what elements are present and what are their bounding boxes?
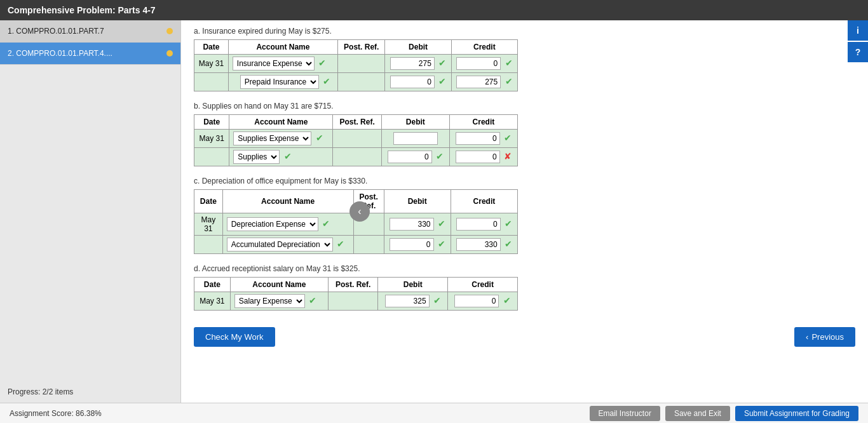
section-b-label: b. Supplies on hand on May 31 are $715. [194, 102, 855, 111]
col-credit-c: Credit [451, 190, 517, 213]
post-ref-cell [338, 73, 385, 91]
date-cell [194, 148, 229, 166]
debit-cell: ✔ [385, 73, 451, 91]
account-select[interactable]: Prepaid Insurance [240, 75, 319, 89]
account-check-icon: ✔ [316, 133, 323, 143]
debit-cell [381, 130, 449, 148]
date-cell [194, 73, 229, 91]
col-credit-d: Credit [448, 278, 518, 292]
debit-check-icon: ✔ [438, 76, 446, 86]
account-check-icon: ✔ [322, 218, 330, 229]
account-select[interactable]: Salary Expense [234, 294, 305, 308]
table-d: Date Account Name Post. Ref. Debit Credi… [194, 277, 518, 311]
credit-cell: ✔ [448, 292, 518, 311]
content-area: ‹ a. Insurance expired during May is $27… [181, 20, 868, 403]
assignment-score: Assignment Score: 86.38% [10, 409, 102, 418]
credit-input[interactable] [456, 218, 501, 231]
debit-input[interactable] [393, 132, 438, 145]
debit-input[interactable] [390, 218, 434, 231]
credit-check-icon: ✔ [505, 76, 513, 86]
help-icon-2[interactable]: ? [848, 42, 868, 62]
account-check-icon: ✔ [284, 151, 292, 161]
debit-input[interactable] [390, 76, 435, 88]
table-a: Date Account Name Post. Ref. Debit Credi… [194, 39, 518, 91]
debit-input[interactable] [388, 151, 432, 163]
col-credit-b: Credit [449, 115, 517, 130]
help-icon-1[interactable]: i [848, 20, 868, 41]
account-name-cell: Insurance Expense ✔ [228, 55, 337, 73]
credit-cell: ✔ [451, 73, 517, 91]
post-ref-cell [328, 292, 377, 311]
col-debit-d: Debit [378, 278, 448, 292]
credit-input[interactable] [456, 57, 501, 70]
bottom-bar: Assignment Score: 86.38% Email Instructo… [0, 403, 868, 423]
account-select[interactable]: Supplies Expense [233, 131, 311, 145]
credit-input[interactable] [456, 151, 500, 163]
table-row: Supplies ✔ ✔ ✘ [194, 148, 518, 166]
debit-check-icon: ✔ [438, 239, 445, 249]
col-date-d: Date [194, 278, 231, 292]
post-ref-cell [333, 148, 381, 166]
col-postref-a: Post. Ref. [338, 40, 385, 55]
credit-input[interactable] [456, 132, 500, 145]
col-date-a: Date [194, 40, 229, 55]
section-b: b. Supplies on hand on May 31 are $715. … [194, 102, 855, 166]
debit-input[interactable] [390, 57, 435, 70]
submit-assignment-button[interactable]: Submit Assignment for Grading [735, 406, 858, 421]
right-icons: i ? [848, 20, 868, 62]
account-name-cell: Accumulated Depreciation ✔ [222, 236, 353, 254]
debit-check-icon: ✔ [436, 151, 444, 161]
save-exit-button[interactable]: Save and Exit [665, 406, 730, 421]
debit-input[interactable] [390, 238, 434, 251]
account-name-cell: Salary Expense ✔ [230, 292, 328, 311]
date-cell: May 31 [194, 130, 229, 148]
col-debit-b: Debit [381, 115, 449, 130]
debit-input[interactable] [385, 295, 430, 307]
col-account-a: Account Name [228, 40, 337, 55]
debit-cell: ✔ [378, 292, 448, 311]
credit-check-icon: ✔ [505, 218, 512, 229]
date-cell: May 31 [194, 292, 231, 311]
table-c: Date Account Name Post.Ref. Debit Credit… [194, 189, 518, 254]
section-d-label: d. Accrued receptionist salary on May 31… [194, 264, 855, 273]
sidebar-dot-1 [166, 28, 173, 34]
credit-cross-icon: ✘ [504, 151, 512, 161]
date-cell [194, 236, 223, 254]
credit-input[interactable] [454, 295, 499, 307]
account-select[interactable]: Accumulated Depreciation [227, 238, 333, 252]
account-select[interactable]: Depreciation Expense [227, 217, 318, 231]
bottom-buttons: Email Instructor Save and Exit Submit As… [590, 406, 858, 421]
debit-check-icon: ✔ [433, 295, 441, 306]
credit-input[interactable] [456, 238, 501, 251]
account-check-icon: ✔ [337, 239, 344, 249]
table-b: Date Account Name Post. Ref. Debit Credi… [194, 114, 518, 166]
nav-arrow-left[interactable]: ‹ [349, 201, 370, 222]
title-bar: Comprehensive Problem: Parts 4-7 [0, 0, 868, 20]
credit-check-icon: ✔ [505, 58, 513, 68]
debit-cell: ✔ [385, 55, 451, 73]
check-work-button[interactable]: Check My Work [194, 327, 275, 347]
sidebar-item-label-2: 2. COMPPRO.01.01.PART.4.... [8, 49, 112, 58]
section-d: d. Accrued receptionist salary on May 31… [194, 264, 855, 311]
section-a-label: a. Insurance expired during May is $275. [194, 27, 855, 36]
table-row: May 31 Insurance Expense ✔ ✔ ✔ [194, 55, 518, 73]
account-select[interactable]: Supplies [233, 150, 280, 164]
credit-input[interactable] [456, 76, 501, 88]
previous-button[interactable]: ‹ Previous [794, 327, 855, 347]
debit-cell: ✔ [381, 148, 449, 166]
col-date-c: Date [194, 190, 223, 213]
col-account-b: Account Name [229, 115, 333, 130]
sidebar-item-part7[interactable]: 1. COMPPRO.01.01.PART.7 [0, 20, 180, 43]
email-instructor-button[interactable]: Email Instructor [590, 406, 660, 421]
prev-label: Previous [811, 332, 844, 342]
account-name-cell: Depreciation Expense ✔ [222, 213, 353, 236]
account-select[interactable]: Insurance Expense [233, 57, 315, 70]
col-credit-a: Credit [451, 40, 517, 55]
footer-actions: Check My Work ‹ Previous [194, 321, 855, 353]
sidebar-item-label-1: 1. COMPPRO.01.01.PART.7 [8, 27, 104, 36]
sidebar-item-part4[interactable]: 2. COMPPRO.01.01.PART.4.... [0, 43, 180, 65]
date-cell: May31 [194, 213, 223, 236]
account-check-icon: ✔ [318, 58, 326, 68]
account-name-cell: Prepaid Insurance ✔ [228, 73, 337, 91]
post-ref-cell [333, 130, 381, 148]
